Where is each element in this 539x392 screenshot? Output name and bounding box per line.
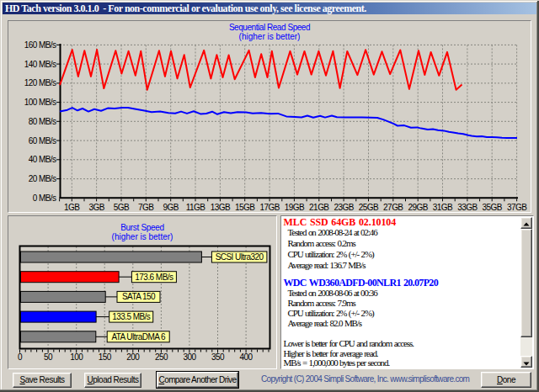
svg-text:80 MB/s: 80 MB/s (29, 117, 56, 126)
svg-text:133.5 MB/s: 133.5 MB/s (112, 312, 151, 321)
svg-text:29GB: 29GB (408, 203, 429, 212)
svg-text:3GB: 3GB (88, 203, 104, 212)
svg-text:40 MB/s: 40 MB/s (29, 155, 56, 164)
svg-text:100 MB/s: 100 MB/s (24, 98, 56, 107)
svg-text:35GB: 35GB (483, 203, 503, 212)
svg-text:160 MB/s: 160 MB/s (24, 40, 56, 50)
svg-text:25GB: 25GB (359, 203, 379, 212)
svg-text:5GB: 5GB (114, 203, 130, 212)
svg-text:60 MB/s: 60 MB/s (29, 136, 56, 146)
svg-text:31GB: 31GB (433, 203, 453, 212)
svg-text:0: 0 (18, 352, 23, 362)
svg-text:400: 400 (240, 352, 253, 362)
svg-text:ATA UltraDMA 6: ATA UltraDMA 6 (111, 332, 166, 342)
svg-text:SATA 150: SATA 150 (122, 292, 156, 301)
svg-text:1GB: 1GB (64, 203, 80, 212)
svg-text:0 MB/s: 0 MB/s (33, 193, 56, 203)
svg-text:250: 250 (155, 352, 168, 362)
svg-text:9GB: 9GB (163, 203, 179, 212)
svg-text:13GB: 13GB (211, 203, 231, 212)
svg-text:33GB: 33GB (457, 203, 478, 212)
svg-text:100: 100 (70, 352, 83, 362)
svg-text:19GB: 19GB (285, 203, 305, 212)
svg-text:50: 50 (44, 352, 53, 362)
svg-text:SCSI Ultra320: SCSI Ultra320 (216, 252, 264, 262)
svg-text:23GB: 23GB (334, 203, 354, 212)
svg-text:300: 300 (183, 352, 196, 362)
svg-text:20 MB/s: 20 MB/s (29, 174, 56, 183)
svg-text:21GB: 21GB (309, 203, 329, 212)
svg-text:200: 200 (126, 352, 140, 362)
svg-text:350: 350 (211, 352, 225, 362)
svg-text:150: 150 (99, 352, 112, 362)
svg-text:120 MB/s: 120 MB/s (24, 78, 56, 87)
svg-text:7GB: 7GB (138, 203, 154, 212)
svg-text:11GB: 11GB (186, 203, 206, 212)
svg-text:15GB: 15GB (235, 203, 255, 212)
svg-text:17GB: 17GB (259, 203, 280, 212)
svg-text:27GB: 27GB (383, 203, 403, 212)
svg-text:173.6 MB/s: 173.6 MB/s (135, 273, 173, 282)
svg-text:37GB: 37GB (507, 203, 527, 212)
svg-text:140 MB/s: 140 MB/s (24, 60, 56, 69)
